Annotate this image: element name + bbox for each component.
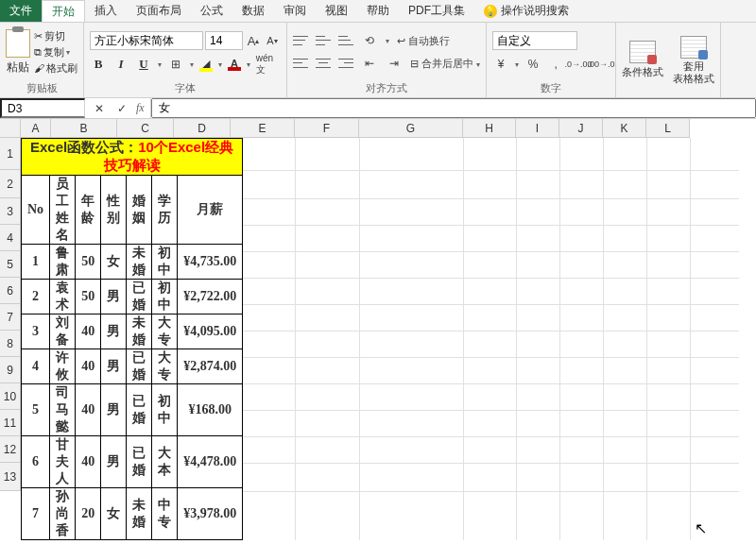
font-size-select[interactable]	[205, 31, 243, 50]
column-header[interactable]: D	[174, 119, 231, 138]
table-header-cell[interactable]: 员工姓名	[50, 176, 76, 245]
table-cell[interactable]: 中专	[152, 488, 178, 540]
table-cell[interactable]: 2	[22, 280, 50, 314]
accounting-format-button[interactable]: ¥	[492, 56, 509, 73]
align-middle-button[interactable]	[316, 34, 331, 47]
name-box[interactable]	[0, 98, 85, 118]
decrease-font-button[interactable]: A▾	[264, 32, 281, 49]
cut-button[interactable]: ✂剪切	[34, 29, 77, 43]
format-painter-button[interactable]: 🖌格式刷	[34, 61, 77, 76]
table-header-cell[interactable]: 年龄	[76, 176, 101, 245]
table-header-cell[interactable]: 性别	[101, 176, 127, 245]
table-cell[interactable]: 1	[22, 245, 50, 280]
row-header[interactable]: 11	[0, 410, 21, 436]
chevron-down-icon[interactable]: ▾	[218, 60, 222, 69]
table-cell[interactable]: 未婚	[127, 488, 152, 540]
table-header-cell[interactable]: 月薪	[178, 176, 243, 245]
table-header-cell[interactable]: 婚姻	[127, 176, 152, 245]
tab-view[interactable]: 视图	[316, 0, 357, 22]
row-header[interactable]: 4	[0, 225, 21, 251]
column-header[interactable]: G	[359, 119, 463, 138]
table-cell[interactable]: 刘备	[50, 314, 76, 349]
align-top-button[interactable]	[293, 34, 308, 47]
row-header[interactable]: 6	[0, 278, 21, 304]
underline-button[interactable]: U	[135, 57, 152, 72]
tell-me-search[interactable]: 💡操作说明搜索	[474, 0, 578, 22]
align-bottom-button[interactable]	[338, 34, 353, 47]
fx-icon[interactable]: fx	[136, 101, 145, 115]
table-cell[interactable]: 孙尚香	[50, 488, 76, 540]
chevron-down-icon[interactable]: ▾	[190, 60, 194, 69]
table-cell[interactable]: 大专	[152, 314, 178, 349]
table-cell[interactable]: 50	[76, 280, 101, 314]
table-header-cell[interactable]: No	[22, 176, 50, 245]
table-cell[interactable]: 已婚	[127, 540, 152, 541]
table-cell[interactable]: 50	[76, 245, 101, 280]
table-cell[interactable]: 40	[76, 436, 101, 488]
fill-color-button[interactable]: ◢	[199, 58, 213, 72]
table-cell[interactable]: 男	[101, 384, 127, 436]
tab-help[interactable]: 帮助	[357, 0, 399, 22]
table-cell[interactable]: 女	[101, 540, 127, 541]
row-header[interactable]: 3	[0, 198, 21, 225]
table-cell[interactable]: ¥2,874.00	[178, 349, 243, 384]
table-cell[interactable]: 40	[76, 314, 101, 349]
table-cell[interactable]: ¥4,095.00	[178, 314, 243, 349]
column-header[interactable]: K	[603, 119, 646, 138]
table-cell[interactable]: 高中	[152, 540, 178, 541]
increase-decimal-button[interactable]: .0→.00	[570, 56, 587, 73]
table-cell[interactable]: 男	[101, 314, 127, 349]
table-cell[interactable]: ¥2,722.00	[178, 280, 243, 314]
table-cell[interactable]: 甘夫人	[50, 436, 76, 488]
bold-button[interactable]: B	[90, 57, 107, 72]
row-header[interactable]: 2	[0, 170, 21, 198]
table-cell[interactable]: 8	[22, 540, 50, 541]
align-center-button[interactable]	[316, 57, 331, 70]
decrease-indent-button[interactable]: ⇤	[361, 55, 378, 72]
row-header[interactable]: 8	[0, 331, 21, 357]
table-cell[interactable]: 男	[101, 280, 127, 314]
table-header-cell[interactable]: 学历	[152, 176, 178, 245]
table-cell[interactable]: 女	[101, 488, 127, 540]
tab-review[interactable]: 审阅	[274, 0, 316, 22]
tab-home[interactable]: 开始	[42, 0, 85, 22]
orientation-button[interactable]: ⟲	[361, 32, 378, 49]
table-cell[interactable]: 6	[22, 436, 50, 488]
table-cell[interactable]: 已婚	[127, 436, 152, 488]
table-cell[interactable]: ¥4,735.00	[178, 245, 243, 280]
column-header[interactable]: I	[516, 119, 559, 138]
table-cell[interactable]: 男	[101, 436, 127, 488]
table-cell[interactable]: 已婚	[127, 384, 152, 436]
column-header[interactable]: B	[51, 119, 117, 138]
font-color-button[interactable]: A	[228, 58, 241, 71]
tab-pdf[interactable]: PDF工具集	[399, 0, 474, 22]
tab-file[interactable]: 文件	[0, 0, 42, 22]
table-cell[interactable]: 7	[22, 488, 50, 540]
table-cell[interactable]: 司马懿	[50, 384, 76, 436]
italic-button[interactable]: I	[112, 57, 129, 72]
align-right-button[interactable]	[338, 57, 353, 70]
copy-button[interactable]: ⧉复制▾	[34, 45, 77, 60]
paste-button[interactable]: 粘贴	[6, 29, 30, 76]
table-cell[interactable]: 袁绍	[50, 540, 76, 541]
table-cell[interactable]: 许攸	[50, 349, 76, 384]
row-header[interactable]: 10	[0, 383, 21, 410]
table-cell[interactable]: 初中	[152, 280, 178, 314]
tab-data[interactable]: 数据	[232, 0, 274, 22]
row-header[interactable]: 12	[0, 436, 21, 463]
table-cell[interactable]: 初中	[152, 245, 178, 280]
phonetic-button[interactable]: wén文	[256, 56, 273, 73]
table-cell[interactable]: 40	[76, 384, 101, 436]
format-as-table-button[interactable]: 套用 表格格式	[673, 36, 714, 83]
increase-indent-button[interactable]: ⇥	[386, 55, 403, 72]
select-all-corner[interactable]	[0, 119, 21, 138]
tab-formulas[interactable]: 公式	[191, 0, 232, 22]
tab-page-layout[interactable]: 页面布局	[127, 0, 191, 22]
cancel-formula-button[interactable]: ✕	[91, 100, 108, 117]
chevron-down-icon[interactable]: ▾	[158, 60, 162, 69]
table-cell[interactable]: 20	[76, 488, 101, 540]
comma-button[interactable]: ,	[547, 56, 564, 73]
number-format-select[interactable]	[492, 31, 577, 50]
chevron-down-icon[interactable]: ▾	[386, 37, 389, 45]
table-cell[interactable]: 男	[101, 349, 127, 384]
